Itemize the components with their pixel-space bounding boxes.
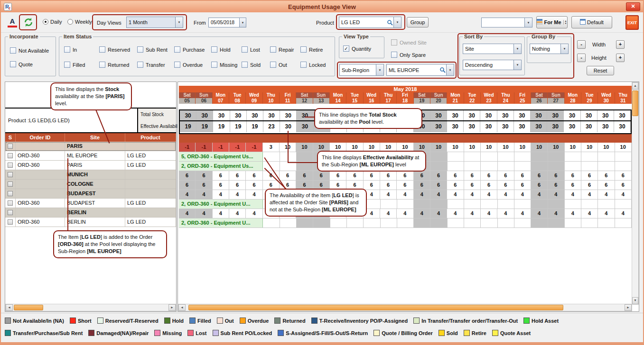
availability-cell[interactable] [565, 218, 581, 227]
horizontal-scrollbar[interactable]: ◄ ► [178, 304, 632, 311]
checkbox-repair[interactable]: Repair [270, 46, 300, 53]
availability-cell[interactable]: 6 [179, 181, 196, 190]
scroll-right-button[interactable]: ► [168, 304, 176, 311]
availability-cell[interactable]: 6 [531, 171, 548, 180]
calendar-day-header[interactable]: Fri11 [280, 92, 296, 104]
availability-cell[interactable] [514, 152, 531, 161]
checkbox-in[interactable]: In [64, 46, 99, 53]
availability-cell[interactable]: 4 [380, 190, 397, 199]
site-row[interactable]: PARIS [5, 142, 176, 151]
total-stock-cell[interactable]: 30 [230, 110, 247, 120]
availability-cell[interactable] [581, 200, 598, 209]
order-booking-bar[interactable]: 2, ORD-360 - Equipment Us... [179, 162, 263, 171]
availability-cell[interactable]: 4 [414, 209, 430, 218]
availability-cell[interactable]: 6 [229, 181, 246, 190]
availability-cell[interactable]: -1 [246, 143, 262, 152]
from-date-input[interactable]: 05/05/2018 ▼ [208, 18, 246, 27]
checkbox-overdue[interactable]: Overdue [174, 62, 211, 68]
scrollbar-track[interactable] [632, 90, 638, 297]
checkbox-missing[interactable]: Missing [211, 62, 242, 68]
calendar-day-header[interactable]: Tue15 [346, 92, 363, 104]
availability-cell[interactable]: 6 [565, 181, 581, 190]
exit-button[interactable]: EXIT [625, 15, 639, 30]
group-button[interactable]: Group [407, 17, 429, 27]
effective-availability-cell[interactable]: 30 [447, 121, 464, 132]
order-booking-bar[interactable]: 2, ORD-360 - Equipment U... [179, 218, 263, 227]
row-checkbox[interactable] [8, 191, 13, 196]
site-row[interactable]: BERLIN [5, 208, 176, 218]
height-increase-button[interactable]: + [616, 54, 625, 62]
availability-cell[interactable]: 6 [447, 171, 464, 180]
site-row[interactable]: BUDAPEST [5, 189, 176, 199]
checkbox-owned-site[interactable]: Owned Site [391, 39, 427, 45]
availability-cell[interactable]: 6 [196, 171, 212, 180]
availability-cell[interactable] [565, 200, 581, 209]
chevron-down-icon[interactable]: ▼ [513, 60, 521, 70]
calendar-day-header[interactable]: Mon28 [565, 92, 581, 104]
availability-cell[interactable] [565, 162, 581, 171]
availability-cell[interactable]: 4 [464, 209, 481, 218]
availability-cell[interactable]: 4 [481, 190, 497, 199]
chevron-down-icon[interactable]: ▼ [376, 64, 383, 75]
availability-cell[interactable]: 4 [464, 190, 481, 199]
availability-cell[interactable] [448, 218, 464, 227]
availability-cell[interactable]: 6 [481, 171, 497, 180]
checkbox-only-spare[interactable]: Only Spare [391, 52, 426, 58]
effective-availability-cell[interactable]: 19 [196, 121, 213, 132]
availability-cell[interactable] [430, 162, 447, 171]
availability-cell[interactable]: 6 [447, 181, 464, 190]
availability-cell[interactable]: 4 [598, 190, 615, 199]
availability-cell[interactable]: 4 [581, 190, 598, 199]
calendar-day-header[interactable]: Sun13 [313, 92, 330, 104]
availability-cell[interactable] [448, 152, 464, 161]
availability-cell[interactable] [514, 162, 531, 171]
availability-cell[interactable]: 6 [397, 171, 413, 180]
availability-cell[interactable]: 4 [565, 209, 581, 218]
availability-cell[interactable]: 4 [514, 209, 531, 218]
total-stock-cell[interactable]: 30 [180, 110, 196, 120]
chevron-down-icon[interactable]: ▼ [239, 18, 246, 27]
calendar-day-header[interactable]: Mon14 [330, 92, 346, 104]
order-booking-bar[interactable]: 5, ORD-360 - Equipment Us... [179, 152, 263, 161]
availability-cell[interactable] [481, 218, 497, 227]
availability-cell[interactable]: 6 [598, 181, 615, 190]
availability-cell[interactable]: 3 [263, 143, 280, 152]
column-header-order-id[interactable]: Order ID [16, 133, 65, 142]
availability-cell[interactable] [531, 200, 548, 209]
availability-cell[interactable]: 6 [497, 171, 514, 180]
availability-cell[interactable]: 6 [548, 181, 564, 190]
row-checkbox[interactable] [8, 153, 13, 158]
availability-cell[interactable]: 6 [313, 171, 330, 180]
height-decrease-button[interactable]: - [577, 54, 586, 62]
chevron-down-icon[interactable]: ▼ [393, 17, 401, 27]
availability-cell[interactable]: 4 [548, 209, 564, 218]
availability-cell[interactable] [581, 152, 598, 161]
availability-cell[interactable]: 4 [548, 190, 564, 199]
availability-cell[interactable]: 4 [397, 209, 413, 218]
availability-cell[interactable]: 6 [581, 171, 598, 180]
availability-cell[interactable]: 4 [430, 209, 447, 218]
checkbox-filled[interactable]: Filled [64, 62, 99, 68]
availability-cell[interactable]: 6 [514, 171, 531, 180]
availability-cell[interactable]: 4 [196, 190, 212, 199]
calendar-day-header[interactable]: Wed23 [481, 92, 497, 104]
calendar-day-header[interactable]: Tue29 [581, 92, 598, 104]
chevron-down-icon[interactable]: ▼ [560, 44, 568, 54]
availability-cell[interactable]: 4 [514, 190, 531, 199]
scroll-down-button[interactable]: ▼ [632, 297, 638, 304]
vertical-scrollbar[interactable]: ▲ ▼ [632, 82, 639, 305]
total-stock-cell[interactable]: 30 [430, 110, 447, 120]
scroll-left-button[interactable]: ◄ [178, 304, 186, 311]
total-stock-cell[interactable]: 30 [247, 110, 263, 120]
availability-cell[interactable] [598, 162, 615, 171]
availability-cell[interactable] [498, 218, 514, 227]
reset-button[interactable]: Reset [587, 66, 614, 75]
total-stock-cell[interactable]: 30 [564, 110, 580, 120]
availability-cell[interactable] [313, 218, 330, 227]
order-row[interactable]: ORD-360BUDAPESTLG LED [5, 199, 176, 208]
availability-cell[interactable] [430, 152, 447, 161]
availability-cell[interactable] [330, 218, 347, 227]
availability-cell[interactable]: 4 [531, 190, 548, 199]
row-checkbox[interactable] [8, 182, 13, 187]
availability-cell[interactable]: 4 [179, 209, 196, 218]
